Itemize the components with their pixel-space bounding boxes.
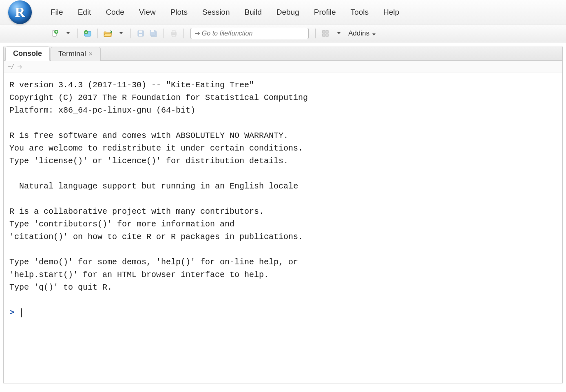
addins-button[interactable]: Addins [348,29,376,38]
console-output[interactable]: R version 3.4.3 (2017-11-30) -- "Kite-Ea… [4,73,562,383]
tab-console[interactable]: Console [5,47,50,61]
grid-view-dropdown[interactable] [333,28,344,39]
open-file-dropdown[interactable] [115,28,126,39]
goto-file-function-box[interactable] [190,28,309,39]
menu-view[interactable]: View [132,8,163,16]
goto-arrow-icon [194,31,201,36]
menubar: R FileEditCodeViewPlotsSessionBuildDebug… [0,0,566,24]
grid-view-button[interactable] [320,28,331,39]
svg-rect-5 [139,31,142,33]
menu-plots[interactable]: Plots [163,8,195,16]
cursor-icon [21,308,22,317]
menu-file[interactable]: File [43,8,71,16]
tabbar: Console Terminal× [4,46,562,61]
svg-rect-9 [151,30,154,32]
view-directory-icon[interactable] [17,64,23,70]
save-all-button[interactable] [148,28,159,39]
tab-terminal-label: Terminal [58,50,86,58]
toolbar-separator [164,29,164,38]
toolbar-separator [97,29,98,38]
toolbar-separator [184,29,184,38]
toolbar-separator [315,29,316,38]
new-file-dropdown[interactable] [62,28,73,39]
tab-console-label: Console [13,49,42,58]
open-file-button[interactable] [102,28,113,39]
toolbar-separator [77,29,78,38]
tab-terminal[interactable]: Terminal× [51,47,101,61]
chevron-down-icon [372,33,376,35]
svg-rect-6 [139,34,142,36]
svg-rect-16 [326,34,328,36]
menu-help[interactable]: Help [376,8,407,16]
menu-profile[interactable]: Profile [307,8,343,16]
svg-rect-13 [323,31,325,33]
close-icon[interactable]: × [88,50,93,58]
r-logo-icon: R [8,0,32,24]
menu-tools[interactable]: Tools [343,8,376,16]
goto-input[interactable] [201,29,305,38]
menu-edit[interactable]: Edit [71,8,99,16]
console-prompt: > [9,308,14,317]
r-logo-letter: R [15,4,25,20]
toolbar-separator [130,29,131,38]
pathbar: ~/ [4,61,562,73]
menu-code[interactable]: Code [98,8,131,16]
working-directory: ~/ [8,63,13,71]
menu-build[interactable]: Build [237,8,269,16]
menu-session[interactable]: Session [195,8,237,16]
svg-rect-11 [172,31,175,33]
save-button[interactable] [135,28,146,39]
menu-items-container: FileEditCodeViewPlotsSessionBuildDebugPr… [43,8,407,17]
svg-rect-12 [172,35,175,37]
print-button[interactable] [168,28,179,39]
new-file-button[interactable] [49,28,60,39]
menu-debug[interactable]: Debug [269,8,307,16]
addins-label-text: Addins [348,29,369,37]
svg-rect-15 [323,34,325,36]
new-project-button[interactable] [82,28,93,39]
console-pane: Console Terminal× ~/ R version 3.4.3 (20… [3,46,563,383]
svg-rect-14 [326,31,328,33]
console-text: R version 3.4.3 (2017-11-30) -- "Kite-Ea… [9,80,308,292]
toolbar: Addins [0,24,566,42]
